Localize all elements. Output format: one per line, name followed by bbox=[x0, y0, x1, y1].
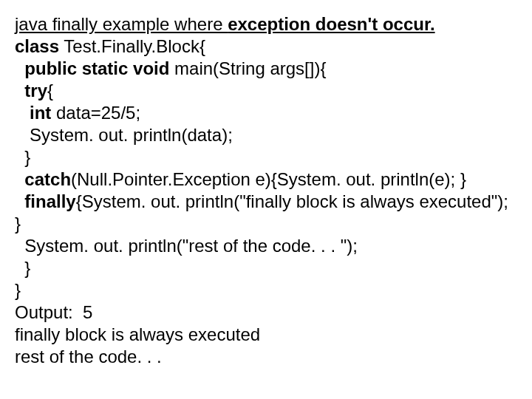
code-text: } bbox=[15, 147, 30, 167]
output-value: 5 bbox=[83, 302, 92, 322]
kw-catch: catch bbox=[15, 169, 71, 189]
code-text: System. out. println("rest of the code. … bbox=[15, 236, 358, 256]
title-plain: java finally example where bbox=[15, 14, 228, 34]
code-text: data=25/5; bbox=[51, 103, 140, 123]
code-text: } bbox=[15, 258, 30, 278]
kw-psv: public static void bbox=[15, 58, 169, 78]
code-text: main(String args[]){ bbox=[169, 58, 326, 78]
slide-title: java finally example where exception doe… bbox=[15, 13, 517, 35]
code-block: class Test.Finally.Block{ public static … bbox=[15, 35, 517, 368]
code-text: } bbox=[15, 280, 21, 300]
code-text: System. out. println(data); bbox=[15, 125, 233, 145]
output-line: finally block is always executed bbox=[15, 324, 260, 344]
kw-try: try bbox=[15, 81, 47, 100]
code-text: Test.Finally.Block{ bbox=[59, 36, 205, 56]
title-emphasis: exception doesn't occur. bbox=[228, 14, 434, 34]
code-text: (Null.Pointer.Exception e){System. out. … bbox=[71, 169, 466, 189]
output-line: rest of the code. . . bbox=[15, 347, 162, 366]
kw-int: int bbox=[15, 103, 51, 123]
code-text: { bbox=[47, 81, 53, 100]
kw-class: class bbox=[15, 36, 59, 56]
output-label: Output: bbox=[15, 302, 83, 322]
kw-finally: finally bbox=[15, 191, 76, 211]
code-text: {System. out. println("finally block is … bbox=[15, 191, 514, 233]
